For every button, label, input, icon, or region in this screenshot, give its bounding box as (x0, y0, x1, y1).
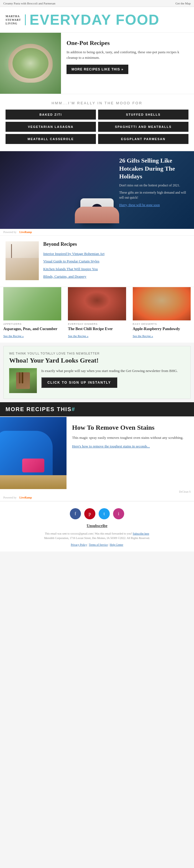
recipe-name-2: Apple-Raspberry Pandowdy (133, 327, 191, 332)
recipe-img-0 (3, 287, 61, 320)
recipe-link-2[interactable]: See the Recipe » (133, 334, 153, 338)
oven-ad: How To Remove Oven Stains This magic spr… (0, 417, 194, 489)
pinterest-icon[interactable]: p (84, 508, 95, 519)
footer-text: This email was sent to xxxxxx@gmail.com … (14, 531, 180, 547)
social-section: f p t i Unsubscribe This email was sent … (0, 501, 194, 552)
recipe-category-2: EASY DESSERTS (133, 322, 191, 326)
mood-item-vegetarian-lasagna[interactable]: VEGETARIAN LASAGNA (5, 122, 96, 132)
recipe-card-0: APPETIZERS Asparagus, Peas, and Cucumber… (0, 287, 65, 343)
drclean-label: DrClean S (0, 489, 194, 494)
oven-title: How To Remove Oven Stains (72, 424, 189, 432)
recipe-img-1 (68, 287, 126, 320)
recipe-name-1: The Best Chili Recipe Ever (68, 327, 126, 332)
liveramp-logo-1: LiveRamp (20, 230, 32, 234)
promo-button[interactable]: CLICK TO SIGN UP INSTANTLY (41, 377, 117, 388)
footer-subscribe-link[interactable]: Subscribe here (133, 532, 149, 535)
mood-item-stuffed-shells[interactable]: STUFFED SHELLS (98, 110, 189, 120)
facebook-icon[interactable]: f (70, 508, 81, 519)
ad-section-1: CINEMOOD 26 Gifts Selling Like Hotcakes … (0, 151, 194, 235)
twitter-icon[interactable]: t (99, 508, 110, 519)
powered-by-2: Powered by LiveRamp (0, 494, 194, 501)
top-bar-left[interactable]: Creamy Pasta with Broccoli and Parmesan (3, 2, 56, 5)
ad1-desc1: Don't miss out on the hottest product of… (119, 183, 189, 188)
liveramp-logo-2: LiveRamp (20, 496, 32, 499)
beyond-image (5, 241, 39, 280)
beyond-link-1[interactable]: Visual Guide to Popular Curtain Styles (43, 258, 189, 265)
promo-desc: Is exactly what people will say when you… (41, 368, 185, 374)
oven-desc: This magic spray easily removes toughest… (72, 435, 189, 440)
help-center-link[interactable]: Help Center (110, 543, 123, 546)
footer-line2: Meredith Corporation, 1716 Locust Street… (14, 536, 180, 540)
hero-button[interactable]: MORE RECIPES LIKE THIS » (66, 65, 128, 74)
oven-link[interactable]: Here's how to remove the toughest stains… (72, 444, 150, 448)
beyond-link-2[interactable]: Kitchen Islands That Will Inspire You (43, 266, 189, 272)
footer-links: Privacy Policy | Terms of Service | Help… (14, 542, 180, 547)
terms-of-service-link[interactable]: Terms of Service (89, 543, 108, 546)
mood-item-eggplant[interactable]: EGGPLANT PARMESAN (98, 134, 189, 144)
mood-item-baked-ziti[interactable]: BAKED ZITI (5, 110, 96, 120)
recipe-card-1: EVERYDAY DINNERS The Best Chili Recipe E… (65, 287, 129, 343)
beyond-link-3[interactable]: Blinds, Curtains, and Drapery (43, 273, 189, 280)
recipe-link-0[interactable]: See the Recipe » (3, 334, 24, 338)
top-bar-right[interactable]: Get the Map (175, 2, 191, 5)
mood-item-meatball-casserole[interactable]: MEATBALL CASSEROLE (5, 134, 96, 144)
recipe-grid: APPETIZERS Asparagus, Peas, and Cucumber… (0, 287, 194, 343)
recipe-img-2 (133, 287, 191, 320)
ad1-link[interactable]: Hurry, these will be gone soon (119, 203, 160, 207)
oven-text: How To Remove Oven Stains This magic spr… (66, 417, 194, 489)
mood-grid: BAKED ZITI STUFFED SHELLS VEGETARIAN LAS… (5, 110, 189, 144)
more-title: MORE RECIPES THIS# (5, 406, 75, 412)
mood-title: HMM...I'M REALLY IN THE MOOD FOR (5, 101, 189, 105)
more-section: MORE RECIPES THIS# (0, 402, 194, 416)
ad1-desc2: These gifts are in extremely high demand… (119, 190, 189, 200)
promo-text: Is exactly what people will say when you… (41, 368, 185, 388)
hero-section: One-Pot Recipes In addition to being qui… (0, 33, 194, 94)
ad-image-1: CINEMOOD 26 Gifts Selling Like Hotcakes … (0, 151, 194, 229)
ad1-title: 26 Gifts Selling Like Hotcakes During Th… (119, 157, 189, 181)
hero-text: One-Pot Recipes In addition to being qui… (61, 33, 194, 94)
newsletter-promo: We think you'll totally love this newsle… (3, 346, 191, 399)
recipe-link-1[interactable]: See the Recipe » (68, 334, 88, 338)
footer-line1: This email was sent to xxxxxx@gmail.com … (14, 531, 180, 536)
beyond-section: Beyond Recipes Interior Inspired by Vint… (0, 236, 194, 286)
promo-content: Is exactly what people will say when you… (9, 368, 185, 393)
hero-image (0, 33, 61, 94)
mood-item-spaghetti[interactable]: SPAGHETTI AND MEATBALLS (98, 122, 189, 132)
beyond-link-0[interactable]: Interior Inspired by Vintage Bohemian Ar… (43, 250, 189, 257)
recipe-category-0: APPETIZERS (3, 322, 61, 326)
brand-name: EVERYDAY FOOD (30, 11, 160, 28)
more-header: MORE RECIPES THIS# (0, 402, 194, 416)
unsubscribe-link[interactable]: Unsubscribe (5, 524, 189, 528)
powered-by-1: Powered by LiveRamp (0, 229, 194, 235)
instagram-icon[interactable]: i (113, 508, 124, 519)
mood-section: HMM...I'M REALLY IN THE MOOD FOR BAKED Z… (0, 94, 194, 151)
social-icons: f p t i (5, 508, 189, 519)
top-bar: Creamy Pasta with Broccoli and Parmesan … (0, 0, 194, 7)
hero-title: One-Pot Recipes (66, 39, 189, 46)
beyond-text: Beyond Recipes Interior Inspired by Vint… (43, 241, 189, 281)
oven-section: How To Remove Oven Stains This magic spr… (0, 417, 194, 501)
ad1-text: 26 Gifts Selling Like Hotcakes During Th… (119, 157, 189, 207)
privacy-policy-link[interactable]: Privacy Policy (71, 543, 87, 546)
hero-desc: In addition to being quick, tasty, and c… (66, 50, 189, 60)
promo-title: Whoa! Your Yard Looks Great! (9, 357, 185, 364)
recipe-category-1: EVERYDAY DINNERS (68, 322, 126, 326)
promo-subtitle: We think you'll totally love this newsle… (9, 352, 185, 355)
recipe-name-0: Asparagus, Peas, and Cucumber (3, 327, 61, 332)
beyond-title: Beyond Recipes (43, 241, 189, 247)
recipe-card-2: EASY DESSERTS Apple-Raspberry Pandowdy S… (129, 287, 194, 343)
msl-logo: MARTHA STEWART LIVING (5, 14, 26, 25)
promo-image (9, 368, 37, 393)
oven-image (0, 417, 66, 489)
header: MARTHA STEWART LIVING EVERYDAY FOOD (0, 7, 194, 33)
